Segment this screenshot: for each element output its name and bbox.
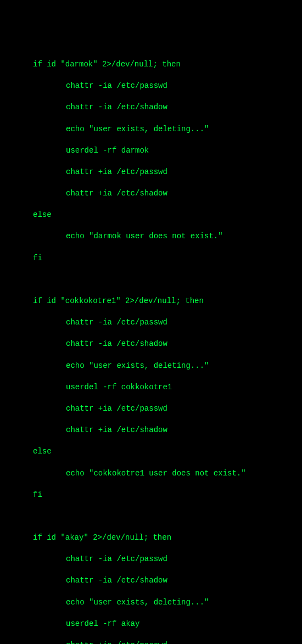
code-line: echo "user exists, deleting..." xyxy=(33,361,302,372)
code-line: chattr -ia /etc/passwd xyxy=(33,317,302,328)
code-line: chattr -ia /etc/passwd xyxy=(33,81,302,92)
code-line: else xyxy=(33,210,302,221)
code-line: chattr +ia /etc/passwd xyxy=(33,640,302,644)
code-line: echo "user exists, deleting..." xyxy=(33,124,302,135)
code-line: chattr -ia /etc/shadow xyxy=(33,339,302,350)
code-line: fi xyxy=(33,490,302,501)
code-line: echo "user exists, deleting..." xyxy=(33,597,302,608)
code-line: chattr +ia /etc/shadow xyxy=(33,425,302,436)
code-line: chattr -ia /etc/passwd xyxy=(33,554,302,565)
code-line: chattr +ia /etc/passwd xyxy=(33,404,302,415)
blank-line xyxy=(33,275,302,285)
code-line: chattr +ia /etc/passwd xyxy=(33,167,302,178)
code-line: chattr -ia /etc/shadow xyxy=(33,575,302,586)
code-line: chattr -ia /etc/shadow xyxy=(33,102,302,113)
code-line: fi xyxy=(33,253,302,264)
code-line: if id "akay" 2>/dev/null; then xyxy=(33,533,302,544)
code-line: if id "cokkokotre1" 2>/dev/null; then xyxy=(33,296,302,307)
code-line: userdel -rf cokkokotre1 xyxy=(33,382,302,393)
code-line: echo "darmok user does not exist." xyxy=(33,231,302,242)
code-line: chattr +ia /etc/shadow xyxy=(33,188,302,199)
code-line: userdel -rf akay xyxy=(33,619,302,630)
code-line: userdel -rf darmok xyxy=(33,145,302,156)
code-line: if id "darmok" 2>/dev/null; then xyxy=(33,59,302,70)
shell-script-code: if id "darmok" 2>/dev/null; then chattr … xyxy=(0,48,302,644)
code-line: else xyxy=(33,446,302,457)
blank-line xyxy=(33,511,302,522)
code-line: echo "cokkokotre1 user does not exist." xyxy=(33,468,302,479)
